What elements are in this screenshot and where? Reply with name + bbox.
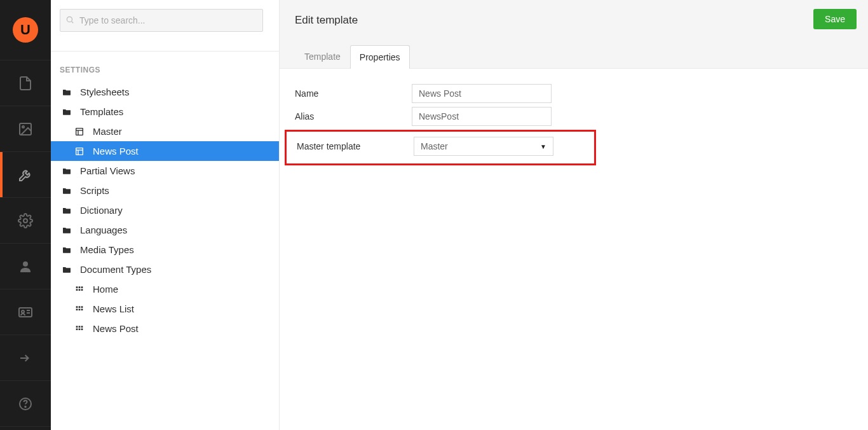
svg-rect-30 xyxy=(76,326,78,328)
svg-point-9 xyxy=(25,406,26,407)
rail-forms[interactable] xyxy=(0,335,51,381)
row-alias: Alias xyxy=(295,107,853,126)
svg-rect-24 xyxy=(76,306,78,308)
tree-section-header: SETTINGS xyxy=(51,60,279,82)
rail-content[interactable] xyxy=(0,60,51,106)
svg-rect-32 xyxy=(81,326,83,328)
tree-node-templates[interactable]: Templates xyxy=(51,102,279,121)
folder-icon xyxy=(60,166,74,176)
svg-rect-15 xyxy=(76,148,83,155)
tree-node-partial-views[interactable]: Partial Views xyxy=(51,161,279,181)
tree-node-label: News Post xyxy=(93,146,139,156)
rail-media[interactable] xyxy=(0,106,51,152)
tree-node-languages[interactable]: Languages xyxy=(51,220,279,240)
svg-rect-23 xyxy=(81,289,83,291)
tree-node-news-list[interactable]: News List xyxy=(51,299,279,319)
rail-developer[interactable] xyxy=(0,198,51,244)
editor-body: Name Alias Master template Master ▼ xyxy=(280,69,868,181)
svg-point-10 xyxy=(67,17,72,22)
tree-node-label: News List xyxy=(93,303,134,314)
highlight-master-template: Master template Master ▼ xyxy=(285,130,596,165)
tree-node-master[interactable]: Master xyxy=(51,121,279,141)
app-logo[interactable]: U xyxy=(0,0,51,60)
svg-rect-21 xyxy=(76,289,78,291)
tree-node-media-types[interactable]: Media Types xyxy=(51,240,279,260)
tree-node-label: Templates xyxy=(80,106,123,117)
template-icon xyxy=(72,146,86,156)
label-master: Master template xyxy=(297,141,414,151)
tree-node-stylesheets[interactable]: Stylesheets xyxy=(51,82,279,102)
image-icon xyxy=(18,121,33,137)
logo-circle: U xyxy=(13,17,38,43)
doctype-icon xyxy=(72,324,86,334)
svg-rect-31 xyxy=(79,326,81,328)
tree-node-label: Partial Views xyxy=(80,165,135,176)
svg-rect-28 xyxy=(79,309,81,310)
svg-rect-19 xyxy=(79,286,81,288)
search-input[interactable] xyxy=(60,9,263,32)
input-name[interactable] xyxy=(412,84,552,103)
file-icon xyxy=(18,76,33,91)
svg-point-5 xyxy=(22,310,24,313)
tree-node-news-post[interactable]: News Post xyxy=(51,141,279,161)
page-title: Edit template xyxy=(295,0,853,41)
chevron-down-icon: ▼ xyxy=(540,143,546,150)
tree-node-news-post[interactable]: News Post xyxy=(51,319,279,338)
rail-help[interactable] xyxy=(0,381,51,427)
svg-rect-34 xyxy=(79,328,81,330)
svg-rect-25 xyxy=(79,306,81,308)
input-alias[interactable] xyxy=(412,107,552,126)
help-icon xyxy=(18,396,33,412)
svg-rect-35 xyxy=(81,328,83,330)
label-alias: Alias xyxy=(295,111,412,121)
folder-icon xyxy=(60,186,74,196)
id-card-icon xyxy=(18,305,33,320)
rail-users[interactable] xyxy=(0,244,51,289)
editor-header: Edit template Save Template Properties xyxy=(280,0,868,69)
tree-node-label: Document Types xyxy=(80,264,151,275)
folder-icon xyxy=(60,205,74,216)
editor-pane: Edit template Save Template Properties N… xyxy=(280,0,868,430)
folder-icon xyxy=(60,87,74,97)
search-wrap xyxy=(51,0,279,52)
tree-node-dictionary[interactable]: Dictionary xyxy=(51,200,279,220)
svg-rect-12 xyxy=(76,128,83,135)
folder-icon xyxy=(60,225,74,235)
tree-node-label: Home xyxy=(93,284,118,295)
arrow-right-icon xyxy=(18,350,33,366)
doctype-icon xyxy=(72,284,86,295)
svg-rect-20 xyxy=(81,286,83,288)
tree-body: SETTINGS StylesheetsTemplatesMasterNews … xyxy=(51,52,279,430)
tree-node-label: Dictionary xyxy=(80,205,123,216)
label-name: Name xyxy=(295,88,412,99)
svg-rect-26 xyxy=(81,306,83,308)
tree-node-label: Media Types xyxy=(80,244,134,255)
user-icon xyxy=(18,259,33,274)
svg-rect-29 xyxy=(81,309,83,310)
tab-properties[interactable]: Properties xyxy=(350,45,410,69)
svg-point-3 xyxy=(23,261,28,267)
save-button[interactable]: Save xyxy=(813,9,857,29)
rail-settings[interactable] xyxy=(0,152,51,198)
svg-line-11 xyxy=(72,22,74,24)
svg-point-1 xyxy=(22,126,24,128)
folder-icon xyxy=(60,107,74,117)
nav-rail: U xyxy=(0,0,51,430)
tree-node-label: News Post xyxy=(93,323,139,334)
template-icon xyxy=(72,127,86,137)
folder-icon xyxy=(60,245,74,255)
select-master-template[interactable]: Master ▼ xyxy=(414,137,553,156)
tree-node-label: Master xyxy=(93,126,122,137)
rail-members[interactable] xyxy=(0,289,51,335)
tree-node-scripts[interactable]: Scripts xyxy=(51,181,279,200)
svg-rect-27 xyxy=(76,309,78,310)
tree-node-document-types[interactable]: Document Types xyxy=(51,260,279,279)
search-icon xyxy=(65,15,74,26)
svg-rect-33 xyxy=(76,328,78,330)
folder-icon xyxy=(60,265,74,275)
tree-node-label: Languages xyxy=(80,225,127,235)
tab-template[interactable]: Template xyxy=(295,45,350,68)
tabs: Template Properties xyxy=(295,45,853,68)
tree-node-home[interactable]: Home xyxy=(51,279,279,299)
row-master: Master template Master ▼ xyxy=(297,137,569,156)
